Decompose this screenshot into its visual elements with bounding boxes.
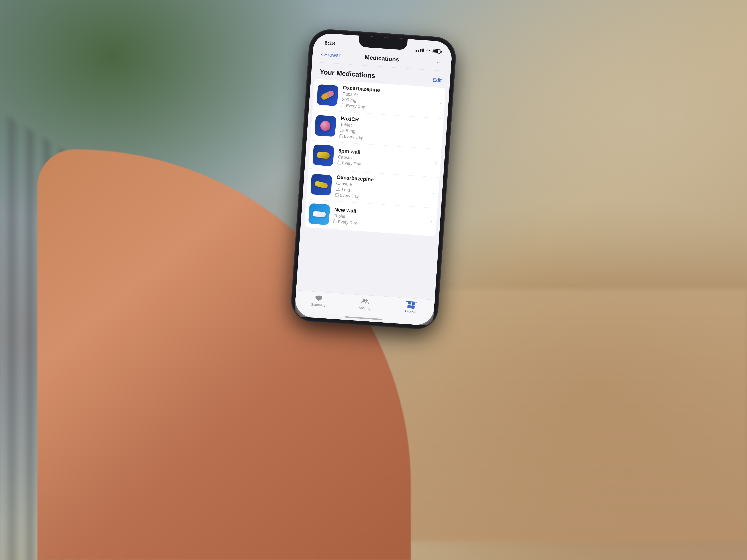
tab-sharing-label: Sharing bbox=[359, 306, 370, 311]
sharing-icon bbox=[361, 298, 369, 305]
svg-point-0 bbox=[428, 52, 429, 52]
tab-summary-label: Summary bbox=[311, 302, 326, 308]
phone-body: 6:18 bbox=[291, 29, 457, 330]
section-title: Your Medications bbox=[319, 68, 376, 80]
status-icons bbox=[415, 47, 443, 54]
more-options-button[interactable]: ··· bbox=[437, 59, 443, 66]
med-info: PaxiCR Tablet 12.5 mg Every Day bbox=[339, 115, 434, 145]
pill-capsule-icon bbox=[320, 90, 335, 101]
svg-point-2 bbox=[365, 299, 368, 302]
tab-browse-label: Browse bbox=[405, 309, 416, 314]
phone-device: 6:18 bbox=[291, 29, 457, 330]
phone-screen: 6:18 bbox=[294, 32, 453, 326]
edit-button[interactable]: Edit bbox=[433, 77, 442, 83]
calendar-icon bbox=[341, 104, 345, 107]
pill-tablet-icon bbox=[312, 211, 326, 217]
calendar-icon bbox=[333, 220, 337, 223]
wifi-icon bbox=[426, 48, 431, 53]
battery-icon bbox=[433, 49, 441, 54]
med-info: Oxcarbazepine Capsule 150 mg Every Day bbox=[335, 174, 429, 204]
summary-icon bbox=[315, 295, 323, 302]
med-info: 8pm wali Capsule Every Day bbox=[337, 148, 431, 171]
tab-browse[interactable]: Browse bbox=[395, 300, 426, 315]
med-icon-new-wali bbox=[308, 203, 330, 225]
pill-tablet-icon bbox=[320, 121, 331, 131]
main-content: Your Medications Edit Oxcarbazepine Caps… bbox=[296, 62, 451, 300]
back-label[interactable]: Browse bbox=[324, 51, 342, 58]
med-info: Oxcarbazepine Capsule 300 mg Every Day bbox=[341, 85, 436, 114]
detail-chevron-icon: › bbox=[437, 131, 439, 137]
detail-chevron-icon: › bbox=[431, 219, 433, 225]
medication-list: Oxcarbazepine Capsule 300 mg Every Day › bbox=[304, 79, 446, 236]
tab-sharing[interactable]: Sharing bbox=[350, 297, 380, 311]
pill-tablet-icon bbox=[317, 152, 330, 159]
med-icon-oxcarbazepine-300 bbox=[316, 84, 338, 106]
status-time: 6:18 bbox=[323, 40, 335, 47]
back-button[interactable]: ‹ Browse bbox=[321, 51, 342, 59]
med-icon-8pm-wali bbox=[312, 144, 334, 166]
calendar-icon bbox=[337, 161, 341, 164]
calendar-icon bbox=[335, 193, 339, 197]
med-icon-paxicr bbox=[314, 115, 336, 137]
pill-capsule-icon bbox=[314, 181, 328, 189]
back-chevron-icon: ‹ bbox=[321, 51, 323, 58]
detail-chevron-icon: › bbox=[433, 189, 435, 196]
page-title: Medications bbox=[364, 54, 400, 63]
detail-chevron-icon: › bbox=[439, 100, 441, 106]
calendar-icon bbox=[339, 134, 343, 138]
detail-chevron-icon: › bbox=[435, 160, 437, 166]
tab-summary[interactable]: Summary bbox=[303, 294, 334, 308]
med-icon-oxcarbazepine-150 bbox=[310, 174, 332, 196]
signal-icon bbox=[415, 48, 424, 52]
med-info: New wali Tablet Every Day bbox=[333, 207, 427, 230]
